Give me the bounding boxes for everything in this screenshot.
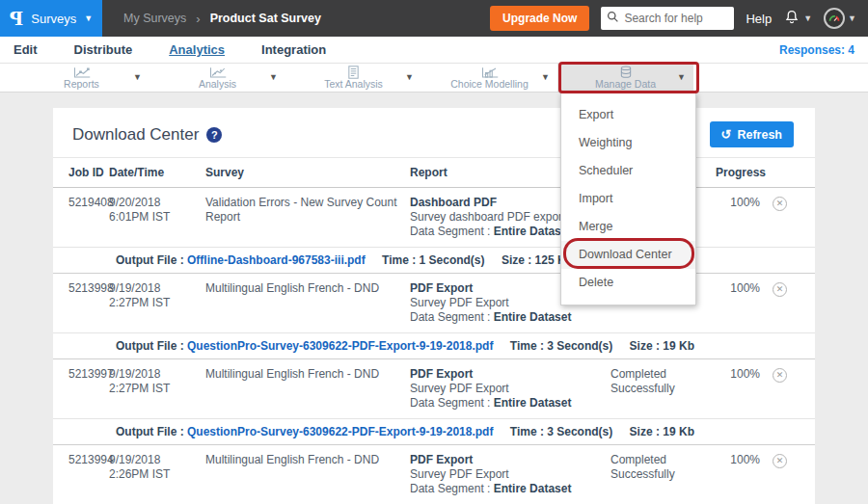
help-circle-icon[interactable]: ? [206, 127, 222, 143]
tab-integration[interactable]: Integration [261, 42, 326, 57]
surveys-menu[interactable]: P Surveys ▼ [0, 0, 102, 37]
caret-down-icon: ▼ [84, 13, 93, 23]
jobs-list: 5219408 9/20/2018 6:01PM IST Validation … [53, 188, 815, 504]
tab-distribute[interactable]: Distribute [74, 42, 133, 57]
output-file-link[interactable]: QuestionPro-Survey-6309622-PDF-Export-9-… [187, 425, 493, 438]
report-title: PDF Export [410, 453, 601, 467]
toolbar-choice-modelling-label: Choice Modelling [450, 78, 529, 90]
output-file-label: Output File : [116, 253, 187, 267]
table-row: 5213994 9/19/2018 2:26PM IST Multilingua… [53, 445, 815, 504]
caret-down-icon[interactable]: ▼ [677, 72, 686, 82]
survey-cell: Multilingual English French - DND [205, 367, 410, 411]
analytics-toolbar: Reports ▼ Analysis ▼ Text Analysis ▼ Cho… [0, 64, 868, 93]
manage-data-dropdown: Export Weighting Scheduler Import Merge … [560, 93, 696, 305]
status-cell: Completed Successfully [610, 367, 712, 411]
tab-analytics[interactable]: Analytics [169, 42, 225, 57]
cancel-job-icon[interactable]: ✕ [773, 197, 787, 211]
toolbar-manage-data[interactable]: Manage Data ▼ [557, 64, 693, 92]
page-background: Download Center ? ↺ Refresh Job ID Date/… [0, 93, 868, 504]
cancel-job-icon[interactable]: ✕ [773, 282, 787, 297]
help-link[interactable]: Help [746, 12, 772, 26]
caret-down-icon[interactable]: ▼ [133, 72, 142, 82]
help-search-box[interactable] [601, 7, 734, 30]
questionpro-logo: P [10, 8, 23, 29]
toolbar-text-analysis[interactable]: Text Analysis ▼ [285, 64, 421, 92]
output-file-link[interactable]: Offline-Dashboard-967583-iii.pdf [187, 253, 366, 267]
refresh-icon: ↺ [721, 127, 732, 142]
time-value: 3 Second(s) [547, 425, 612, 438]
account-menu[interactable]: ▼ [824, 8, 856, 29]
data-segment-value: Entire Dataset [494, 310, 572, 324]
menu-item-import[interactable]: Import [561, 185, 695, 213]
job-id-cell: 5213994 [68, 453, 109, 496]
menu-item-merge[interactable]: Merge [561, 213, 695, 241]
toolbar-analysis[interactable]: Analysis ▼ [149, 64, 285, 92]
refresh-button[interactable]: ↺ Refresh [710, 121, 794, 147]
caret-down-icon[interactable]: ▼ [269, 72, 278, 82]
survey-nav: Edit Distribute Analytics Integration Re… [0, 37, 868, 64]
job-id-cell: 5213997 [68, 367, 109, 411]
size-label: Size : [630, 425, 664, 438]
tab-edit[interactable]: Edit [14, 42, 38, 57]
search-icon [607, 11, 619, 26]
survey-cell: Multilingual English French - DND [205, 453, 410, 496]
date-time-cell: 9/19/2018 2:27PM IST [109, 367, 205, 411]
data-segment-line: Data Segment : Entire Dataset [410, 396, 601, 411]
menu-item-download-center[interactable]: Download Center [561, 241, 695, 269]
col-header-date-time: Date/Time [109, 158, 205, 187]
upgrade-now-button[interactable]: Upgrade Now [490, 6, 589, 31]
job-id-cell: 5219408 [68, 196, 109, 239]
menu-item-weighting[interactable]: Weighting [561, 129, 695, 157]
account-avatar [824, 8, 845, 29]
output-file-row: Output File : Offline-Dashboard-967583-i… [53, 247, 815, 274]
surveys-menu-label: Surveys [31, 12, 76, 26]
help-search-input[interactable] [624, 12, 728, 25]
caret-down-icon: ▼ [803, 13, 812, 23]
col-header-survey: Survey [205, 158, 410, 187]
table-row: 5219408 9/20/2018 6:01PM IST Validation … [53, 188, 815, 247]
size-label: Size : [502, 253, 535, 267]
database-icon [619, 66, 633, 79]
toolbar-reports-label: Reports [64, 78, 99, 90]
toolbar-text-analysis-label: Text Analysis [324, 78, 383, 90]
toolbar-choice-modelling[interactable]: Choice Modelling ▼ [421, 64, 557, 92]
col-header-progress: Progress [712, 158, 770, 187]
cancel-job-icon[interactable]: ✕ [773, 454, 787, 468]
col-header-actions [770, 158, 800, 187]
table-row: 5213997 9/19/2018 2:27PM IST Multilingua… [53, 359, 815, 418]
cancel-cell: ✕ [770, 281, 800, 325]
output-file-link[interactable]: QuestionPro-Survey-6309622-PDF-Export-9-… [187, 339, 493, 353]
topbar: P Surveys ▼ My Surveys › Product Sat Sur… [0, 0, 868, 37]
output-file-label: Output File : [116, 339, 187, 353]
table-row: 5213998 9/19/2018 2:27PM IST Multilingua… [53, 274, 815, 332]
caret-down-icon[interactable]: ▼ [405, 72, 414, 82]
progress-cell: 100% [712, 453, 770, 496]
notifications-button[interactable]: ▼ [783, 9, 812, 29]
breadcrumb-current-survey: Product Sat Survey [210, 12, 321, 25]
menu-item-export[interactable]: Export [561, 101, 695, 129]
table-header: Job ID Date/Time Survey Report Progress [53, 157, 815, 188]
col-header-job-id: Job ID [68, 158, 109, 187]
data-segment-line: Data Segment : Entire Dataset [410, 310, 601, 325]
progress-cell: 100% [712, 196, 770, 239]
caret-down-icon[interactable]: ▼ [541, 72, 550, 82]
progress-cell: 100% [712, 367, 770, 411]
topbar-right: Upgrade Now Help ▼ ▼ [490, 6, 868, 31]
time-label: Time : [382, 253, 419, 267]
date-time-cell: 9/19/2018 2:26PM IST [109, 453, 205, 496]
size-value: 19 Kb [663, 425, 694, 438]
toolbar-reports[interactable]: Reports ▼ [14, 64, 149, 92]
menu-item-delete[interactable]: Delete [561, 269, 695, 297]
breadcrumb-separator-icon: › [196, 12, 200, 26]
date-time-cell: 9/19/2018 2:27PM IST [109, 281, 205, 325]
menu-item-scheduler[interactable]: Scheduler [561, 157, 695, 185]
output-file-label: Output File : [116, 425, 187, 438]
cancel-job-icon[interactable]: ✕ [773, 368, 787, 383]
responses-count: Responses: 4 [779, 43, 854, 57]
report-title: PDF Export [410, 367, 601, 382]
download-center-card: Download Center ? ↺ Refresh Job ID Date/… [53, 108, 815, 504]
breadcrumb: My Surveys › Product Sat Survey [123, 12, 321, 26]
survey-cell: Validation Errors - New Survey Count Rep… [205, 196, 410, 239]
toolbar-analysis-label: Analysis [199, 78, 236, 90]
breadcrumb-my-surveys[interactable]: My Surveys [123, 12, 186, 25]
